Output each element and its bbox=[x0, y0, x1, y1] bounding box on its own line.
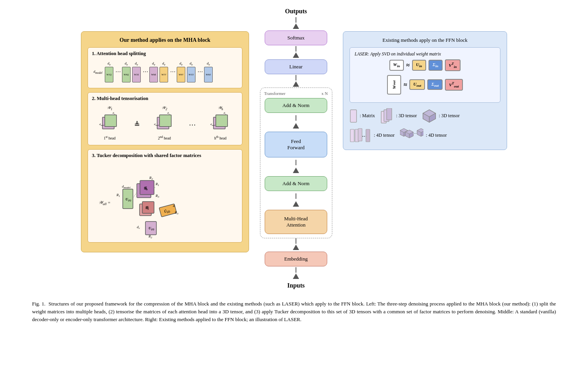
legend-4d-iso-icon: ⋯ bbox=[400, 127, 423, 144]
svg-text:R1: R1 bbox=[116, 193, 120, 198]
dv-label-2: dv bbox=[125, 61, 128, 66]
svg-rect-5 bbox=[160, 115, 171, 127]
section1-title: 1. Attention head splitting bbox=[92, 51, 238, 57]
svd-vtin: VTin bbox=[445, 59, 461, 71]
tensor-label-2nd: 2nd head bbox=[158, 135, 171, 140]
svg-text:R1: R1 bbox=[155, 182, 159, 187]
laser-box: LASER: Apply SVD on individual weight ma… bbox=[350, 47, 500, 103]
arrow-up-8 bbox=[293, 273, 299, 279]
legend-4d-iso: ⋯ : 4D tensor bbox=[400, 127, 446, 144]
head-group-wvh: dv WhV bbox=[177, 61, 185, 82]
linear-label: Linear bbox=[289, 64, 303, 70]
svd-row-2: Wout ≈ Uout Σout VTout bbox=[355, 75, 495, 95]
svg-text:R3: R3 bbox=[174, 211, 179, 215]
right-panel: Existing methods apply on the FFN block … bbox=[343, 31, 507, 150]
embedding-label: Embedding bbox=[284, 256, 308, 262]
legend-area: : Matrix : 3D tensor bbox=[350, 108, 500, 144]
left-panel-title: Our method applies on the MHA block bbox=[88, 37, 242, 43]
feedforward-label: FeedForward bbox=[287, 138, 305, 150]
dv-label-6: dv bbox=[179, 61, 183, 66]
legend-4d-stack-label: : 4D tensor bbox=[374, 132, 394, 138]
dots3: ⋯ bbox=[170, 68, 175, 75]
head-split-diagram: dmodel dv W1Q ⋯ dv WhQ bbox=[92, 59, 238, 85]
tensor-row: 𝒲1 dmod dv 1st head ≜ bbox=[92, 104, 238, 142]
section2-title: 2. Multi-head tensorisation bbox=[92, 96, 238, 102]
diagram-area: Our method applies on the MHA block 1. A… bbox=[16, 8, 572, 289]
arrow-up-4 bbox=[293, 123, 299, 129]
dv-label-5: dv bbox=[162, 61, 165, 66]
tensor-3d-svg-1: dmod dv bbox=[99, 112, 120, 134]
svg-rect-39 bbox=[387, 108, 392, 120]
xn-label: x N bbox=[321, 91, 328, 96]
legend-4d-stack-icon: ⋯ bbox=[350, 127, 371, 144]
transformer-label: Transformer bbox=[264, 91, 286, 96]
legend-4d-stack: ⋯ : 4D tensor bbox=[350, 127, 394, 144]
feedforward-box: FeedForward bbox=[265, 132, 327, 157]
dots-mid: ⋯ bbox=[189, 120, 196, 129]
svd-win: Win bbox=[389, 60, 404, 70]
arrow-line-6 bbox=[296, 193, 296, 199]
weight-wkh: WhK bbox=[149, 67, 158, 82]
equals-1: ≜ bbox=[134, 120, 140, 129]
svg-text:dv: dv bbox=[167, 112, 170, 115]
tensor-w1-label: 𝒲1 bbox=[107, 105, 112, 111]
middle-panel: Outputs Softmax Linear Transformer x N bbox=[257, 8, 335, 289]
svg-text:R3: R3 bbox=[155, 194, 160, 198]
embedding-box: Embedding bbox=[265, 252, 327, 266]
dv-label-1: dv bbox=[108, 61, 111, 66]
tensor-w2-label: 𝒲2 bbox=[161, 105, 167, 111]
dv-label-3: dv bbox=[135, 61, 138, 66]
legend-3d-box-label: : 3D tensor bbox=[439, 113, 459, 119]
weight-woh: WhO bbox=[204, 67, 213, 82]
legend-3d-thin-label: : 3D tensor bbox=[396, 113, 417, 119]
tensor-item-2: 𝒲2 dmod dv 2nd head bbox=[153, 105, 175, 140]
svg-text:dv: dv bbox=[113, 112, 115, 115]
svg-text:4: 4 bbox=[173, 204, 175, 208]
legend-matrix-icon bbox=[350, 109, 357, 123]
dv-label-4: dv bbox=[152, 61, 155, 66]
head-group-wo1: dv W1O bbox=[187, 61, 195, 82]
outputs-label: Outputs bbox=[285, 8, 307, 15]
tensor-label-hth: hth head bbox=[214, 135, 226, 140]
fig-num: Fig. 1. bbox=[32, 301, 45, 307]
mha-box: Multi-HeadAttention bbox=[265, 210, 327, 234]
svg-rect-44 bbox=[350, 129, 354, 142]
svd-row-1: Win ≈ Uin Σin VTin bbox=[355, 59, 495, 71]
head-group-wqh: dv WhQ bbox=[122, 61, 131, 82]
legend-3d-box: : 3D tensor bbox=[422, 109, 459, 123]
svg-text:R2: R2 bbox=[148, 234, 152, 239]
svd-vtout: VTout bbox=[445, 79, 463, 91]
tensor-item-1: 𝒲1 dmod dv 1st head bbox=[99, 105, 120, 140]
inputs-label: Inputs bbox=[287, 282, 305, 289]
svd-uin: Uin bbox=[412, 60, 426, 70]
svg-line-34 bbox=[133, 192, 137, 198]
legend-matrix-label: : Matrix bbox=[360, 113, 375, 119]
softmax-box: Softmax bbox=[265, 30, 327, 45]
addnorm-bottom-label: Add & Norm bbox=[282, 180, 309, 186]
section3: 3. Tucker decomposition with shared fact… bbox=[88, 149, 242, 243]
tucker-diagram: 𝒲all = U(1) R1 dmodel 𝒢h R2 bbox=[92, 161, 238, 239]
caption: Fig. 1. Structures of our proposed frame… bbox=[24, 300, 564, 323]
approx-1: ≈ bbox=[406, 62, 410, 69]
linear-box: Linear bbox=[265, 59, 327, 74]
weight-wo1: W1O bbox=[187, 67, 195, 82]
dots2: ⋯ bbox=[142, 68, 148, 75]
arrow-line-2 bbox=[296, 46, 296, 52]
arrow-up-7 bbox=[293, 245, 299, 250]
arrow-up-5 bbox=[293, 168, 299, 173]
dots1: ⋯ bbox=[115, 68, 120, 75]
arrow-up-2 bbox=[293, 52, 299, 58]
weight-wk1: W1K bbox=[132, 67, 141, 82]
approx-2: ≈ bbox=[403, 81, 407, 88]
legend-4d-iso-label: : 4D tensor bbox=[426, 132, 446, 138]
head-group-wkh: dv WhK bbox=[149, 61, 158, 82]
arrow-line-5 bbox=[296, 160, 296, 165]
transformer-box: Transformer x N Add & Norm FeedForward A bbox=[260, 88, 332, 238]
legend-3d-box-icon bbox=[422, 109, 436, 123]
arrow-line-3 bbox=[296, 75, 296, 80]
head-group-wv1: dv W1V bbox=[160, 61, 168, 82]
dmodel-label: dmodel bbox=[93, 70, 102, 75]
arrow-line-4 bbox=[296, 115, 296, 121]
arrow-up-1 bbox=[293, 23, 299, 29]
head-group-wq1: dv W1Q bbox=[105, 61, 113, 82]
